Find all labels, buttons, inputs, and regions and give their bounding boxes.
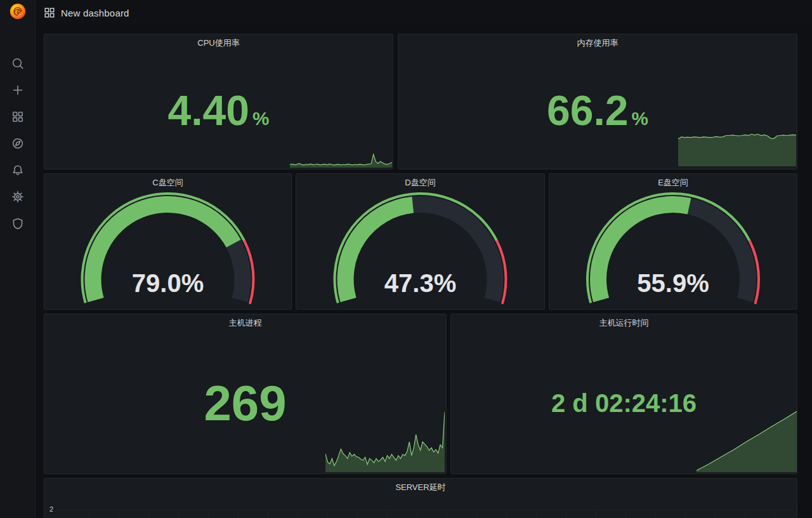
dashboard-title: New dashboard xyxy=(61,8,129,18)
sidebar-item-search[interactable] xyxy=(5,52,30,75)
panel-title[interactable]: C盘空间 xyxy=(44,174,291,192)
memory-unit: % xyxy=(632,109,648,128)
sidebar-item-create[interactable] xyxy=(5,79,30,102)
cpu-value: 4.40 xyxy=(168,90,249,131)
panel-disk-d: D盘空间 47.3% xyxy=(296,173,545,310)
sidebar-item-dashboards[interactable] xyxy=(5,105,30,128)
panel-host-uptime: 主机运行时间 2 d 02:24:16 xyxy=(450,314,797,474)
panel-title[interactable]: D盘空间 xyxy=(296,174,544,192)
panel-disk-e: E盘空间 55.9% xyxy=(549,173,797,310)
panel-title[interactable]: 内存使用率 xyxy=(398,34,797,52)
memory-sparkline xyxy=(678,131,796,166)
panel-title[interactable]: E盘空间 xyxy=(549,174,797,192)
panel-cpu-usage: CPU使用率 4.40% xyxy=(44,34,393,169)
memory-value: 66.2 xyxy=(547,90,628,131)
disk-c-gauge xyxy=(44,174,291,309)
sidebar-nav xyxy=(5,52,30,235)
panel-host-processes: 主机进程 269 xyxy=(44,314,447,474)
panel-title[interactable]: 主机运行时间 xyxy=(451,314,797,332)
latency-gridlines-vertical xyxy=(60,510,794,518)
grafana-logo[interactable] xyxy=(8,1,28,22)
sidebar-item-server-admin[interactable] xyxy=(5,212,30,235)
sidebar xyxy=(0,0,36,518)
sidebar-item-alerting[interactable] xyxy=(5,159,30,182)
uptime-sparkline xyxy=(697,411,797,472)
disk-d-value: 47.3% xyxy=(296,270,544,296)
grafana-app: New dashboard CPU使用率 4.40% 内存使用率 66.2% xyxy=(0,0,812,518)
plus-icon xyxy=(11,84,24,96)
main-area: New dashboard CPU使用率 4.40% 内存使用率 66.2% xyxy=(36,0,812,518)
disk-e-gauge xyxy=(549,174,797,309)
grafana-logo-icon xyxy=(8,2,27,21)
admin-shield-icon xyxy=(11,217,24,230)
disk-c-value: 79.0% xyxy=(44,270,291,296)
panel-title[interactable]: 主机进程 xyxy=(44,314,446,332)
topbar: New dashboard xyxy=(36,0,812,25)
apps-grid-icon[interactable] xyxy=(44,8,55,18)
dashboard-canvas: CPU使用率 4.40% 内存使用率 66.2% xyxy=(36,25,812,518)
panel-title[interactable]: CPU使用率 xyxy=(44,34,393,52)
y-axis-tick: 2 xyxy=(49,505,53,513)
sidebar-item-explore[interactable] xyxy=(5,132,30,155)
stat-value-wrap: 269 xyxy=(44,332,446,474)
stat-value-wrap: 4.40% xyxy=(44,52,393,169)
stat-value-wrap: 2 d 02:24:16 xyxy=(451,332,797,474)
cpu-sparkline xyxy=(290,153,392,168)
uptime-value: 2 d 02:24:16 xyxy=(551,390,697,416)
explore-compass-icon xyxy=(11,137,24,150)
processes-sparkline xyxy=(325,411,445,472)
cpu-unit: % xyxy=(252,109,269,128)
disk-e-value: 55.9% xyxy=(549,270,797,296)
panel-title[interactable]: SERVER延时 xyxy=(44,479,797,496)
dashboards-icon xyxy=(11,110,24,123)
settings-gear-icon xyxy=(11,190,24,203)
sidebar-item-configuration[interactable] xyxy=(5,185,30,208)
disk-d-gauge xyxy=(296,174,544,309)
panel-server-latency: SERVER延时 2 xyxy=(44,478,797,518)
panel-disk-c: C盘空间 79.0% xyxy=(44,173,292,310)
stat-value-wrap: 66.2% xyxy=(398,52,797,169)
alerting-bell-icon xyxy=(11,164,24,176)
search-icon xyxy=(11,57,24,70)
panel-memory-usage: 内存使用率 66.2% xyxy=(398,34,797,169)
processes-value: 269 xyxy=(204,378,286,428)
